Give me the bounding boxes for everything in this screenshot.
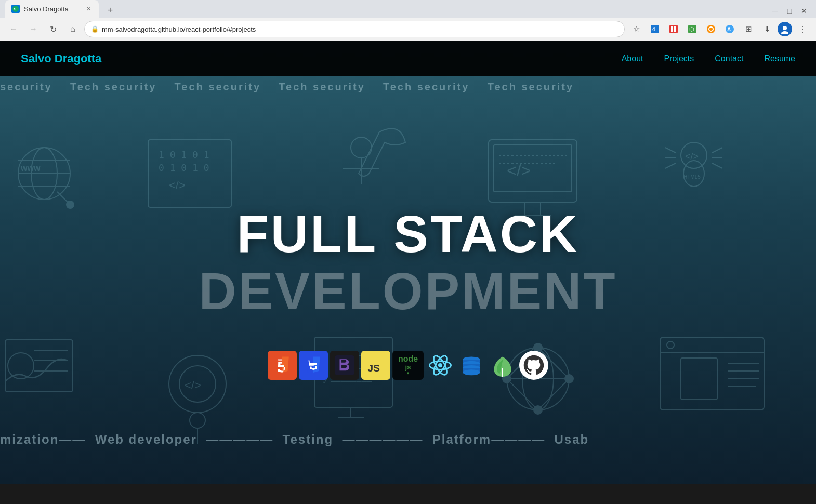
website-content: www 1 0 1 0 1 0 1 0 1 0 </>	[0, 41, 816, 484]
leaf-badge	[488, 351, 517, 380]
database-badge	[457, 351, 486, 380]
back-button[interactable]: ←	[5, 21, 22, 37]
maximize-button[interactable]: □	[783, 4, 796, 18]
close-button[interactable]: ✕	[797, 4, 811, 18]
minimize-button[interactable]: ─	[768, 4, 782, 18]
hero-title-line2: DEVELOPMENT	[199, 265, 617, 317]
refresh-button[interactable]: ↻	[45, 21, 61, 37]
javascript-badge: JS	[361, 351, 390, 380]
react-badge	[426, 351, 455, 380]
css3-badge	[299, 351, 328, 380]
github-badge	[519, 351, 548, 380]
svg-text:4: 4	[652, 26, 655, 32]
svg-rect-33	[494, 145, 572, 192]
extension-5[interactable]: A	[721, 21, 738, 37]
nav-contact[interactable]: Contact	[715, 54, 743, 63]
address-bar[interactable]: 🔒 mm-salvodragotta.github.io/react-portf…	[84, 21, 625, 37]
svg-point-24	[66, 201, 74, 209]
svg-rect-5	[671, 26, 673, 32]
svg-point-79	[667, 341, 674, 349]
svg-line-47	[712, 163, 722, 168]
svg-text:</>: </>	[507, 161, 531, 180]
browser-toolbar: ← → ↻ ⌂ 🔒 mm-salvodragotta.github.io/rea…	[0, 18, 816, 41]
svg-line-42	[665, 148, 676, 153]
svg-point-48	[683, 161, 704, 187]
svg-text:HTML5: HTML5	[683, 174, 701, 180]
svg-rect-80	[681, 358, 717, 400]
svg-line-45	[712, 148, 722, 153]
home-button[interactable]: ⌂	[64, 21, 81, 37]
svg-text:⬡: ⬡	[689, 26, 694, 32]
download-button[interactable]: ⬇	[759, 21, 775, 37]
svg-text:</>: </>	[169, 179, 186, 192]
hero-title-line1: FULL STACK	[199, 208, 617, 260]
menu-button[interactable]: ⋮	[794, 21, 811, 37]
tab-bar: S Salvo Dragotta ✕ + ─ □ ✕	[0, 0, 816, 18]
svg-text:www: www	[20, 164, 41, 173]
svg-line-23	[57, 192, 68, 202]
svg-point-98	[463, 369, 480, 375]
extension-3[interactable]: ⬡	[684, 21, 701, 37]
nav-resume[interactable]: Resume	[764, 54, 795, 63]
svg-rect-4	[669, 25, 678, 33]
marquee-bottom: mization—— Web developer ————— Testing —…	[0, 427, 816, 453]
extension-1[interactable]: 4	[647, 21, 663, 37]
svg-rect-61	[5, 340, 73, 392]
site-logo[interactable]: Salvo Dragotta	[21, 52, 101, 65]
nav-links: About Projects Contact Resume	[622, 54, 795, 63]
marquee-top-text: security Tech security Tech security Tec…	[0, 81, 591, 93]
svg-text:S: S	[14, 7, 17, 11]
svg-text:0 1 0 1 0: 0 1 0 1 0	[159, 162, 209, 173]
svg-text:A: A	[727, 26, 731, 32]
bookmark-button[interactable]: ☆	[628, 21, 644, 37]
svg-point-11	[709, 28, 713, 31]
tab-close-button[interactable]: ✕	[84, 5, 93, 13]
forward-button[interactable]: →	[25, 21, 42, 37]
lock-icon: 🔒	[91, 25, 99, 33]
profile-button[interactable]	[778, 22, 792, 36]
nodejs-badge: node js ●	[392, 351, 424, 380]
svg-text:</>: </>	[685, 151, 699, 162]
browser-chrome: S Salvo Dragotta ✕ + ─ □ ✕ ← → ↻ ⌂ 🔒 mm-…	[0, 0, 816, 41]
url-text: mm-salvodragotta.github.io/react-portfol…	[102, 25, 618, 33]
active-tab[interactable]: S Salvo Dragotta ✕	[5, 0, 99, 18]
nav-about[interactable]: About	[622, 54, 643, 63]
extensions-button[interactable]: ⊞	[740, 21, 757, 37]
svg-point-91	[438, 363, 442, 367]
svg-text:JS: JS	[368, 363, 380, 374]
svg-text:1 0 1 0 1: 1 0 1 0 1	[159, 149, 209, 160]
svg-line-44	[665, 163, 676, 168]
svg-rect-6	[674, 26, 676, 32]
site-navbar: Salvo Dragotta About Projects Contact Re…	[0, 41, 816, 76]
marquee-top: security Tech security Tech security Tec…	[0, 76, 816, 97]
extension-2[interactable]	[665, 21, 682, 37]
svg-point-15	[783, 26, 787, 30]
svg-rect-85	[335, 355, 354, 375]
toolbar-actions: ☆ 4 ⬡ A ⊞ ⬇ ⋮	[628, 21, 811, 37]
svg-rect-32	[489, 140, 577, 202]
bootstrap-badge	[330, 351, 359, 380]
html5-badge	[268, 351, 297, 380]
hero-section: www 1 0 1 0 1 0 1 0 1 0 </>	[0, 41, 816, 484]
hero-text: FULL STACK DEVELOPMENT	[199, 208, 617, 317]
extension-4[interactable]	[703, 21, 719, 37]
nav-projects[interactable]: Projects	[664, 54, 694, 63]
svg-point-53	[190, 413, 205, 428]
tab-title: Salvo Dragotta	[24, 5, 69, 13]
new-tab-button[interactable]: +	[103, 3, 117, 18]
tab-favicon: S	[11, 5, 20, 13]
tech-badges-row: JS node js ●	[268, 351, 548, 380]
svg-text:</>: </>	[185, 379, 201, 392]
